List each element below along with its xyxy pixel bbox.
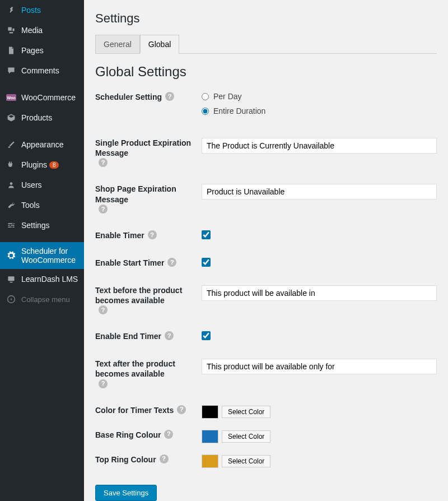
sidebar-item-label: Media: [21, 26, 43, 35]
sidebar-item-label: Posts: [21, 6, 41, 15]
shop-expiration-label: Shop Page Expiration Message ?: [95, 184, 202, 213]
update-badge: 8: [49, 161, 59, 169]
single-expiration-label: Single Product Expiration Message ?: [95, 138, 202, 167]
page-title: Settings: [95, 11, 437, 26]
save-settings-button[interactable]: Save Settings: [95, 485, 157, 501]
admin-sidebar: Posts Media Pages Comments Woo WooCommer…: [0, 0, 84, 501]
sliders-icon: [6, 220, 17, 231]
page-icon: [6, 45, 17, 56]
tab-general[interactable]: General: [95, 35, 140, 54]
text-after-label: Text after the product becomes available…: [95, 359, 202, 388]
select-color-button[interactable]: Select Color: [222, 430, 270, 443]
collapse-icon: [6, 294, 17, 305]
enable-start-timer-checkbox[interactable]: [202, 258, 211, 267]
scheduler-setting-label: Scheduler Setting?: [95, 92, 202, 121]
help-icon[interactable]: ?: [165, 331, 174, 340]
text-after-input[interactable]: [202, 359, 437, 374]
color-swatch-timer[interactable]: [202, 405, 218, 419]
sidebar-item-label: Settings: [21, 221, 50, 230]
help-icon[interactable]: ?: [165, 92, 174, 101]
sidebar-item-label: Appearance: [21, 140, 64, 149]
sidebar-item-label: LearnDash LMS: [21, 275, 78, 284]
section-heading: Global Settings: [95, 64, 437, 80]
help-icon[interactable]: ?: [160, 454, 169, 463]
help-icon[interactable]: ?: [164, 430, 173, 439]
sidebar-item-woocommerce[interactable]: Woo WooCommerce: [0, 87, 84, 108]
sidebar-item-label: Products: [21, 113, 52, 122]
sidebar-item-comments[interactable]: Comments: [0, 61, 84, 81]
sidebar-item-tools[interactable]: Tools: [0, 195, 84, 215]
sidebar-item-label: Scheduler for WooCommerce: [21, 247, 78, 265]
help-icon[interactable]: ?: [177, 405, 186, 414]
text-before-label: Text before the product becomes availabl…: [95, 285, 202, 314]
sidebar-item-settings[interactable]: Settings: [0, 215, 84, 235]
sidebar-item-products[interactable]: Products: [0, 108, 84, 128]
sidebar-item-pages[interactable]: Pages: [0, 40, 84, 61]
sidebar-item-label: Tools: [21, 201, 40, 210]
color-swatch-base[interactable]: [202, 430, 218, 443]
sidebar-item-label: Plugins: [21, 160, 47, 169]
media-icon: [6, 25, 17, 36]
sidebar-item-plugins[interactable]: Plugins 8: [0, 155, 84, 175]
help-icon[interactable]: ?: [99, 158, 108, 167]
radio-entire-duration[interactable]: Entire Duration: [202, 106, 437, 115]
select-color-button[interactable]: Select Color: [222, 406, 270, 418]
color-timer-label: Color for Timer Texts ?: [95, 405, 202, 419]
sidebar-item-scheduler[interactable]: Scheduler for WooCommerce: [0, 242, 84, 269]
enable-end-timer-label: Enable End Timer ?: [95, 331, 202, 342]
brush-icon: [6, 139, 17, 150]
sidebar-item-label: Comments: [21, 66, 59, 75]
sidebar-item-label: Pages: [21, 46, 44, 55]
text-before-input[interactable]: [202, 285, 437, 301]
sidebar-item-learndash[interactable]: LearnDash LMS: [0, 269, 84, 289]
collapse-menu[interactable]: Collapse menu: [0, 289, 84, 309]
sidebar-item-users[interactable]: Users: [0, 175, 84, 195]
sidebar-item-label: WooCommerce: [21, 93, 76, 102]
color-swatch-top[interactable]: [202, 454, 218, 468]
enable-start-timer-label: Enable Start Timer ?: [95, 258, 202, 268]
radio-per-day[interactable]: Per Day: [202, 92, 437, 101]
comment-icon: [6, 65, 17, 76]
svg-text:Woo: Woo: [7, 96, 15, 100]
help-icon[interactable]: ?: [148, 230, 157, 239]
pin-icon: [6, 4, 17, 16]
learndash-icon: [6, 273, 17, 285]
sidebar-item-posts[interactable]: Posts: [0, 0, 84, 20]
help-icon[interactable]: ?: [99, 205, 108, 214]
collapse-label: Collapse menu: [21, 295, 70, 304]
enable-timer-label: Enable Timer ?: [95, 230, 202, 241]
sidebar-item-label: Users: [21, 180, 42, 189]
tabs: General Global: [95, 35, 437, 54]
shop-expiration-input[interactable]: [202, 184, 437, 200]
sidebar-item-media[interactable]: Media: [0, 20, 84, 40]
top-ring-label: Top Ring Colour ?: [95, 454, 202, 468]
help-icon[interactable]: ?: [99, 305, 108, 314]
plug-icon: [6, 159, 17, 170]
single-expiration-input[interactable]: [202, 138, 437, 154]
main-content: Settings General Global Global Settings …: [84, 0, 448, 501]
box-icon: [6, 112, 17, 123]
help-icon[interactable]: ?: [99, 379, 108, 388]
gear-icon: [6, 250, 17, 261]
svg-rect-3: [8, 276, 14, 281]
select-color-button[interactable]: Select Color: [222, 455, 270, 467]
help-icon[interactable]: ?: [167, 258, 176, 267]
svg-point-2: [10, 182, 13, 185]
woocommerce-icon: Woo: [6, 92, 17, 103]
tab-global[interactable]: Global: [140, 35, 179, 54]
base-ring-label: Base Ring Colour ?: [95, 430, 202, 443]
enable-timer-checkbox[interactable]: [202, 230, 211, 239]
wrench-icon: [6, 200, 17, 211]
user-icon: [6, 179, 17, 191]
enable-end-timer-checkbox[interactable]: [202, 331, 211, 340]
sidebar-item-appearance[interactable]: Appearance: [0, 134, 84, 155]
